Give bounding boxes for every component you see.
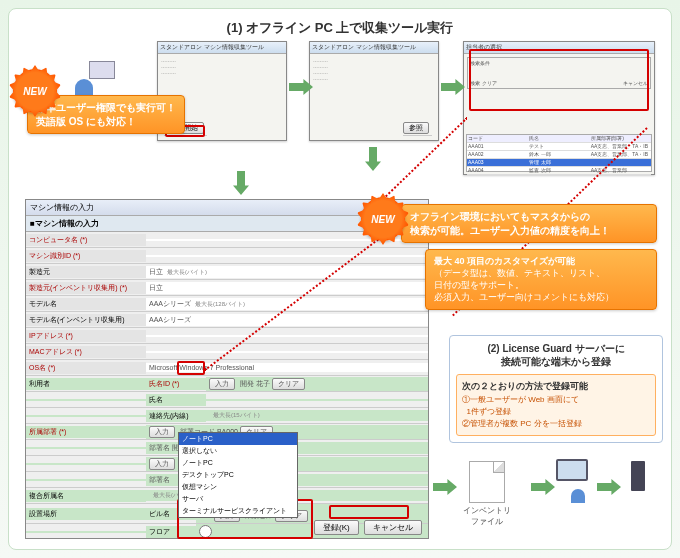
clear-button[interactable]: クリア [272, 378, 305, 390]
arrow-down-icon [365, 147, 381, 171]
client-pc-icon [551, 459, 593, 509]
ref-button[interactable]: 参照 [403, 122, 429, 134]
highlight-box [329, 505, 409, 519]
thumb-collector-2: スタンドアロン マシン情報収集ツール ……………………………… 参照 [309, 41, 439, 141]
machine-info-form: マシン情報の入力 ■マシン情報の入力 コンピュータ名 (*) マシン識別ID (… [25, 199, 429, 539]
arrow-right-icon [441, 79, 465, 95]
arrow-right-icon [433, 479, 457, 495]
cancel-button[interactable]: キャンセル [364, 520, 422, 535]
search-result-grid[interactable]: コード氏名所属部署(部署) AAA01テストAA支店、営業部、TA・IB部 AA… [466, 134, 652, 172]
input-button[interactable]: 入力 [149, 458, 175, 470]
input-button[interactable]: 入力 [149, 426, 175, 438]
inventory-file-icon: インベントリファイル [463, 461, 511, 527]
highlight-box [177, 361, 205, 375]
section-title: (1) オフライン PC 上で収集ツール実行 [19, 19, 661, 37]
callout-offline-search: オフライン環境においてもマスタからの検索が可能。ユーザー入力値の精度を向上！ [401, 204, 657, 243]
new-badge: NEW [13, 69, 57, 113]
machine-type-dropdown[interactable]: ノートPC 選択しないノートPCデスクトップPC 仮想マシンサーバターミナルサー… [178, 432, 298, 518]
user-pc-illustration [67, 57, 117, 97]
new-badge: NEW [361, 197, 405, 241]
side-panel: (2) License Guard サーバーに接続可能な端末から登録 次の２とお… [449, 335, 663, 443]
server-icon [617, 459, 659, 509]
input-button[interactable]: 入力 [209, 378, 235, 390]
register-button[interactable]: 登録(K) [314, 520, 359, 535]
arrow-down-icon [233, 171, 249, 195]
callout-customize: 最大 40 項目のカスタマイズが可能 （データ型は、数値、テキスト、リスト、日付… [425, 249, 657, 310]
highlight-box [469, 49, 649, 111]
